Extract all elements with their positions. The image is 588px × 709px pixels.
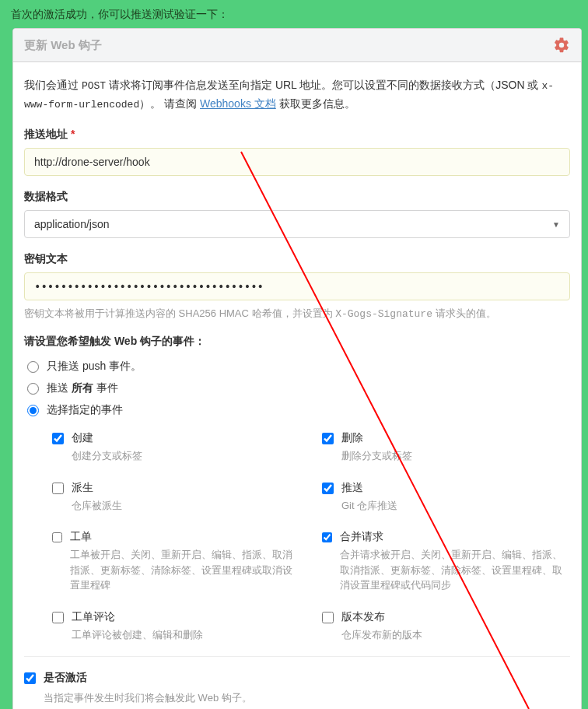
event-issues[interactable]: 工单工单被开启、关闭、重新开启、编辑、指派、取消指派、更新标签、清除标签、设置里… — [52, 530, 300, 593]
radio-all-events[interactable]: 推送 所有 事件 — [24, 381, 570, 395]
payload-url-label: 推送地址 * — [24, 128, 570, 142]
panel-title: 更新 Web 钩子 — [24, 38, 102, 53]
active-hint: 当指定事件发生时我们将会触发此 Web 钩子。 — [44, 691, 570, 705]
event-issue-comment[interactable]: 工单评论工单评论被创建、编辑和删除 — [52, 610, 300, 643]
payload-url-input[interactable] — [24, 148, 570, 176]
divider — [24, 656, 570, 657]
content-type-select[interactable]: application/json ▼ — [24, 210, 570, 238]
secret-hint: 密钥文本将被用于计算推送内容的 SHA256 HMAC 哈希值，并设置为 X-G… — [24, 307, 570, 321]
gear-icon[interactable] — [553, 37, 570, 54]
active-checkbox[interactable]: 是否激活 — [24, 671, 570, 685]
secret-input[interactable] — [24, 272, 570, 300]
docs-link[interactable]: Webhooks 文档 — [200, 97, 276, 110]
event-fork[interactable]: 派生仓库被派生 — [52, 481, 300, 514]
chevron-down-icon: ▼ — [552, 220, 560, 229]
radio-select-events[interactable]: 选择指定的事件 — [24, 403, 570, 417]
event-create[interactable]: 创建创建分支或标签 — [52, 431, 300, 464]
content-type-label: 数据格式 — [24, 190, 570, 204]
success-banner: 首次的激活成功，你可以推送测试验证一下： — [3, 3, 585, 28]
event-push[interactable]: 推送Git 仓库推送 — [322, 481, 570, 514]
webhook-panel: 更新 Web 钩子 我们会通过 POST 请求将订阅事件信息发送至向指定 URL… — [12, 28, 582, 709]
events-section-title: 请设置您希望触发 Web 钩子的事件： — [24, 335, 570, 349]
radio-push-only[interactable]: 只推送 push 事件。 — [24, 360, 570, 374]
event-pull-request[interactable]: 合并请求合并请求被开启、关闭、重新开启、编辑、指派、取消指派、更新标签、清除标签… — [322, 530, 570, 593]
secret-label: 密钥文本 — [24, 252, 570, 266]
event-delete[interactable]: 删除删除分支或标签 — [322, 431, 570, 464]
event-release[interactable]: 版本发布仓库发布新的版本 — [322, 610, 570, 643]
intro-text: 我们会通过 POST 请求将订阅事件信息发送至向指定 URL 地址。您可以设置不… — [24, 76, 570, 114]
